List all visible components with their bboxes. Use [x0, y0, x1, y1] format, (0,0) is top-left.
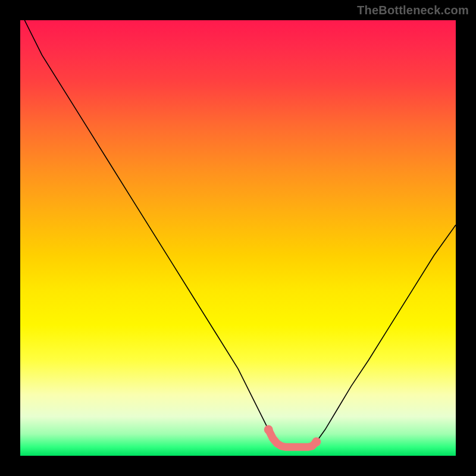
plot-area: [20, 20, 456, 456]
bottleneck-curve: [24, 20, 456, 447]
watermark-text: TheBottleneck.com: [357, 4, 469, 17]
sweet-spot-marker: [312, 437, 321, 446]
curve-layer: [20, 20, 456, 456]
sweet-spot-band: [268, 430, 317, 447]
sweet-spot-marker: [264, 425, 273, 434]
chart-frame: TheBottleneck.com: [0, 0, 476, 476]
